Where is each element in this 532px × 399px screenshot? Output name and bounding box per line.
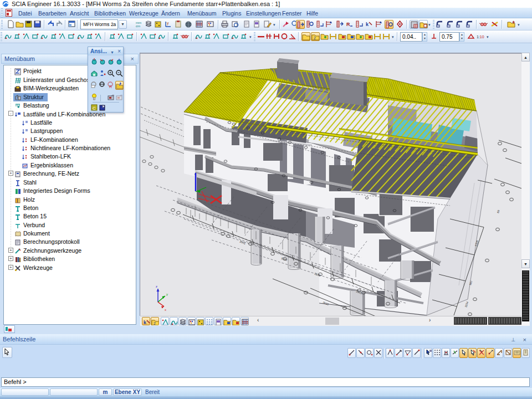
svg-text:cm: cm bbox=[136, 24, 140, 28]
svg-text:R: R bbox=[346, 22, 350, 27]
svg-text:x: x bbox=[165, 308, 166, 311]
svg-text:y: y bbox=[166, 293, 168, 296]
svg-text:z: z bbox=[156, 285, 157, 288]
svg-text:k: k bbox=[144, 320, 147, 325]
svg-text:2: 2 bbox=[314, 36, 316, 40]
svg-text:k: k bbox=[366, 22, 369, 27]
svg-text:R: R bbox=[109, 85, 112, 89]
svg-text:y: y bbox=[167, 21, 169, 25]
svg-text:1:10: 1:10 bbox=[477, 35, 484, 39]
svg-text:C: C bbox=[93, 106, 96, 111]
svg-text:2: 2 bbox=[154, 321, 156, 325]
